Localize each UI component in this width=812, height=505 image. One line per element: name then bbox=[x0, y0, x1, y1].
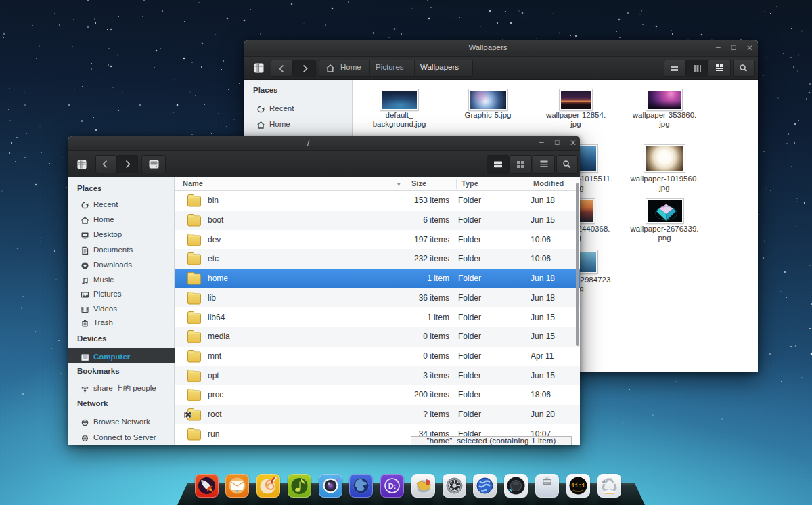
svg-text:11:1: 11:1 bbox=[571, 483, 585, 489]
svg-text:abc: abc bbox=[545, 477, 549, 479]
svg-text:D:: D: bbox=[388, 482, 397, 490]
